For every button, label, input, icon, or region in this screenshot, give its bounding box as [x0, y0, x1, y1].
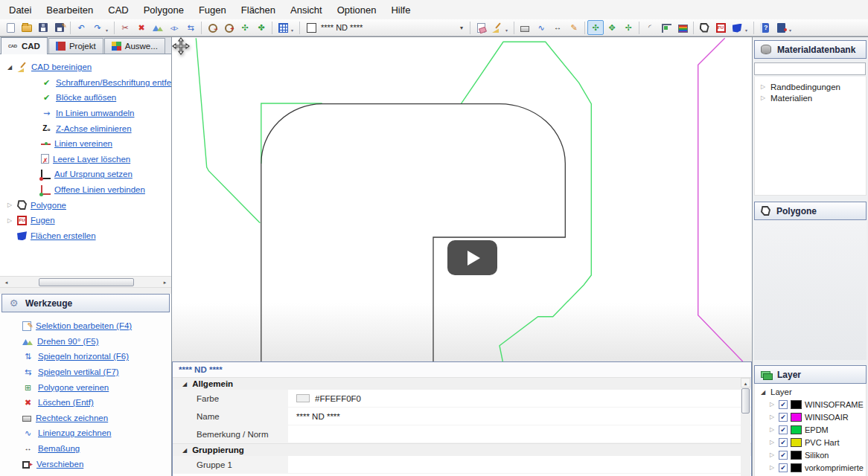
layer-visibility-checkbox[interactable]: ✔: [779, 400, 788, 409]
werkzeuge-header[interactable]: ⚙ Werkzeuge: [1, 294, 170, 312]
new-file-button[interactable]: [2, 20, 19, 35]
tree-link[interactable]: Flächen erstellen: [31, 231, 96, 240]
tree-link[interactable]: CAD bereinigen: [31, 62, 92, 71]
rectangle-button[interactable]: [517, 20, 533, 35]
layer-visibility-checkbox[interactable]: ✔: [779, 425, 788, 434]
expander-icon[interactable]: ▷: [759, 94, 767, 101]
broom-button[interactable]: [489, 20, 505, 35]
expander-icon[interactable]: ◢: [182, 447, 187, 454]
fugen-button[interactable]: [712, 20, 729, 35]
zoom-fit-all-button[interactable]: ✢: [620, 20, 636, 35]
layer-visibility-checkbox[interactable]: ✔: [779, 438, 788, 447]
tool-link[interactable]: Bemaßung: [38, 444, 80, 453]
tool-link[interactable]: Drehen 90° (F5): [37, 337, 99, 346]
expander-icon[interactable]: ▷: [768, 414, 776, 420]
cad-canvas[interactable]: [172, 37, 752, 361]
property-value[interactable]: **** ND ****: [290, 408, 751, 425]
tab-projekt[interactable]: Projekt: [48, 38, 103, 54]
layer-header[interactable]: Layer: [754, 365, 867, 384]
chevron-down-icon[interactable]: ▾: [291, 28, 297, 35]
delete-button[interactable]: ✖: [133, 20, 150, 35]
undo-button[interactable]: ↶: [73, 20, 89, 35]
clean-sheet-button[interactable]: [473, 20, 489, 35]
property-section-allgemein[interactable]: ◢Allgemein: [173, 377, 751, 390]
chevron-down-icon[interactable]: ▾: [505, 28, 511, 35]
open-file-button[interactable]: [19, 20, 35, 35]
edit-pencil-button[interactable]: ✎: [566, 20, 582, 35]
tree-link[interactable]: Polygone: [31, 201, 66, 210]
mirror-horizontal-button[interactable]: ⇆: [182, 20, 199, 35]
layer-visibility-checkbox[interactable]: ✔: [779, 413, 788, 422]
tool-link[interactable]: Spiegeln vertikal (F7): [38, 367, 119, 376]
chevron-down-icon[interactable]: ▾: [106, 28, 112, 35]
database-window-button[interactable]: [773, 20, 789, 35]
property-section-gruppierung[interactable]: ◢Gruppierung: [173, 443, 751, 456]
tool-link[interactable]: Selektion bearbeiten (F4): [36, 321, 132, 330]
scroll-up-icon[interactable]: ▴: [741, 378, 750, 387]
tree-link[interactable]: Offene Linien verbinden: [54, 185, 145, 194]
property-value[interactable]: [290, 425, 751, 443]
layer-visibility-checkbox[interactable]: ✔: [779, 451, 788, 460]
redo-button[interactable]: ↷: [89, 20, 106, 35]
menu-item-cad[interactable]: CAD: [100, 1, 135, 19]
tree-link[interactable]: Fugen: [31, 216, 55, 225]
property-scrollbar[interactable]: ▴: [741, 378, 750, 476]
panel-button[interactable]: [756, 20, 773, 35]
zoom-previous-button[interactable]: ✣: [237, 20, 253, 35]
video-play-button[interactable]: [447, 240, 497, 275]
mirror-vertical-button[interactable]: ◃▹: [166, 20, 182, 35]
expander-icon[interactable]: ▷: [768, 439, 776, 446]
tab-auswe[interactable]: Auswe...: [104, 38, 165, 54]
tree-link[interactable]: Leere Layer löschen: [53, 155, 130, 164]
save-as-button[interactable]: [51, 20, 68, 35]
tool-link[interactable]: Polygone vereinen: [38, 383, 109, 392]
menu-item-fl-chen[interactable]: Flächen: [234, 1, 283, 19]
tree-link[interactable]: Blöcke auflösen: [56, 93, 116, 102]
arc-button[interactable]: ◜: [642, 20, 658, 35]
expander-icon[interactable]: ▷: [768, 401, 776, 408]
polygon-button[interactable]: [696, 20, 712, 35]
chevron-down-icon[interactable]: ▾: [789, 28, 795, 35]
expander-icon[interactable]: ◢: [759, 389, 767, 396]
menu-item-optionen[interactable]: Optionen: [330, 1, 384, 19]
rotate-button[interactable]: [150, 20, 166, 35]
cut-button[interactable]: ✂: [117, 20, 133, 35]
tree-link[interactable]: In Linien umwandeln: [56, 109, 135, 118]
expander-icon[interactable]: ▷: [768, 464, 776, 471]
menu-item-bearbeiten[interactable]: Bearbeiten: [39, 1, 100, 19]
menu-item-polygone[interactable]: Polygone: [136, 1, 191, 19]
horizontal-scrollbar[interactable]: ◂ ▸: [0, 276, 171, 288]
tree-link[interactable]: Linien vereinen: [54, 139, 112, 148]
zoom-fit-width-button[interactable]: ✥: [604, 20, 620, 35]
layer-visibility-checkbox[interactable]: ✔: [779, 463, 788, 472]
zoom-out-button[interactable]: [204, 20, 220, 35]
expander-icon[interactable]: ◢: [182, 381, 187, 387]
flaechen-button[interactable]: [729, 20, 745, 35]
tool-link[interactable]: Verschieben: [36, 460, 83, 469]
zoom-in-button[interactable]: [220, 20, 237, 35]
tab-cad[interactable]: CADCAD: [1, 37, 48, 54]
expander-icon[interactable]: ▷: [6, 202, 13, 208]
zoom-fit-button[interactable]: ✣: [587, 20, 604, 35]
zoom-selection-button[interactable]: ✤: [253, 20, 269, 35]
menu-item-datei[interactable]: Datei: [1, 1, 39, 19]
tool-link[interactable]: Rechteck zeichnen: [36, 414, 108, 422]
materialdatenbank-header[interactable]: Materialdatenbank: [754, 40, 867, 59]
tree-link[interactable]: Z-Achse eliminieren: [56, 124, 132, 133]
scroll-left-icon[interactable]: ◂: [1, 277, 12, 287]
chevron-down-icon[interactable]: ▾: [745, 28, 751, 35]
tool-link[interactable]: Löschen (Entf): [38, 398, 94, 407]
save-button[interactable]: [35, 20, 51, 35]
scrollbar-thumb[interactable]: [741, 388, 750, 414]
polygone-header[interactable]: Polygone: [754, 202, 867, 220]
property-value[interactable]: #FFEFF0F0: [290, 390, 751, 407]
polyline-button[interactable]: ∿: [533, 20, 549, 35]
material-item-randbedingungen[interactable]: ▷Randbedingungen: [755, 81, 866, 92]
expander-icon[interactable]: ▷: [768, 451, 776, 458]
tool-link[interactable]: Linienzug zeichnen: [38, 428, 111, 437]
menu-item-hilfe[interactable]: Hilfe: [383, 1, 418, 19]
material-search-input[interactable]: [754, 62, 866, 75]
property-value[interactable]: [290, 456, 751, 473]
scrollbar-thumb[interactable]: [39, 278, 134, 286]
menu-item-ansicht[interactable]: Ansicht: [283, 1, 330, 19]
